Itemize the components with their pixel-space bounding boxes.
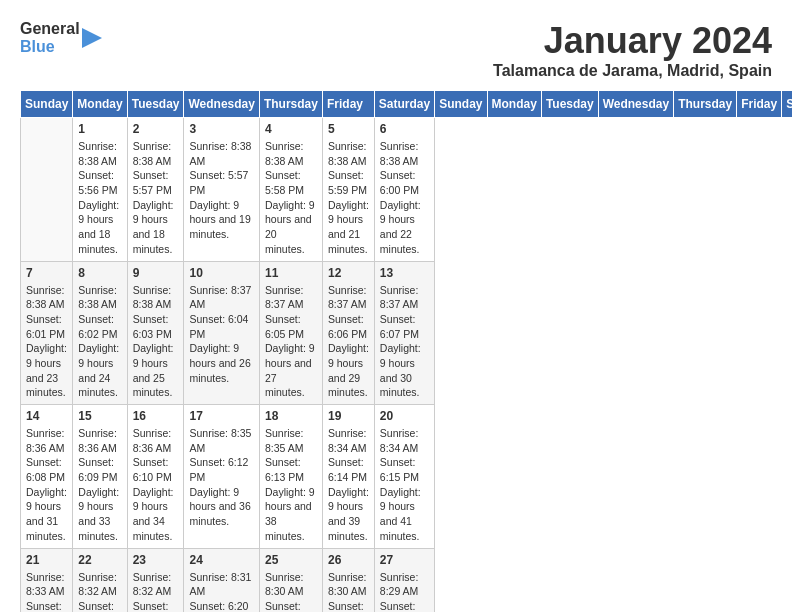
calendar-cell: 4Sunrise: 8:38 AMSunset: 5:58 PMDaylight… bbox=[259, 118, 322, 262]
calendar-week-row: 14Sunrise: 8:36 AMSunset: 6:08 PMDayligh… bbox=[21, 405, 793, 549]
calendar-cell: 22Sunrise: 8:32 AMSunset: 6:17 PMDayligh… bbox=[73, 548, 127, 612]
day-info: Sunrise: 8:30 AMSunset: 6:22 PMDaylight:… bbox=[328, 570, 369, 613]
day-number: 18 bbox=[265, 409, 317, 423]
svg-marker-0 bbox=[82, 28, 102, 48]
weekday-header-wednesday: Wednesday bbox=[598, 91, 673, 118]
weekday-header-monday: Monday bbox=[487, 91, 541, 118]
day-info: Sunrise: 8:31 AMSunset: 6:20 PMDaylight:… bbox=[189, 570, 253, 613]
weekday-header-tuesday: Tuesday bbox=[541, 91, 598, 118]
calendar-cell: 1Sunrise: 8:38 AMSunset: 5:56 PMDaylight… bbox=[73, 118, 127, 262]
day-info: Sunrise: 8:37 AMSunset: 6:06 PMDaylight:… bbox=[328, 283, 369, 401]
calendar-cell: 17Sunrise: 8:35 AMSunset: 6:12 PMDayligh… bbox=[184, 405, 259, 549]
day-info: Sunrise: 8:29 AMSunset: 6:23 PMDaylight:… bbox=[380, 570, 429, 613]
title-block: January 2024 Talamanca de Jarama, Madrid… bbox=[493, 20, 772, 80]
day-info: Sunrise: 8:38 AMSunset: 6:00 PMDaylight:… bbox=[380, 139, 429, 257]
day-info: Sunrise: 8:38 AMSunset: 5:56 PMDaylight:… bbox=[78, 139, 121, 257]
day-number: 17 bbox=[189, 409, 253, 423]
calendar-cell: 6Sunrise: 8:38 AMSunset: 6:00 PMDaylight… bbox=[374, 118, 434, 262]
day-number: 6 bbox=[380, 122, 429, 136]
calendar-cell: 8Sunrise: 8:38 AMSunset: 6:02 PMDaylight… bbox=[73, 261, 127, 405]
day-number: 4 bbox=[265, 122, 317, 136]
weekday-header-tuesday: Tuesday bbox=[127, 91, 184, 118]
day-info: Sunrise: 8:35 AMSunset: 6:12 PMDaylight:… bbox=[189, 426, 253, 529]
logo: General Blue bbox=[20, 20, 102, 55]
day-number: 25 bbox=[265, 553, 317, 567]
day-number: 10 bbox=[189, 266, 253, 280]
month-title: January 2024 bbox=[493, 20, 772, 62]
day-number: 13 bbox=[380, 266, 429, 280]
weekday-header-thursday: Thursday bbox=[259, 91, 322, 118]
calendar-cell: 25Sunrise: 8:30 AMSunset: 6:21 PMDayligh… bbox=[259, 548, 322, 612]
day-number: 9 bbox=[133, 266, 179, 280]
calendar-table: SundayMondayTuesdayWednesdayThursdayFrid… bbox=[20, 90, 792, 612]
weekday-header-friday: Friday bbox=[737, 91, 782, 118]
calendar-cell: 15Sunrise: 8:36 AMSunset: 6:09 PMDayligh… bbox=[73, 405, 127, 549]
day-info: Sunrise: 8:33 AMSunset: 6:16 PMDaylight:… bbox=[26, 570, 67, 613]
weekday-header-thursday: Thursday bbox=[674, 91, 737, 118]
day-number: 7 bbox=[26, 266, 67, 280]
day-number: 22 bbox=[78, 553, 121, 567]
calendar-cell: 2Sunrise: 8:38 AMSunset: 5:57 PMDaylight… bbox=[127, 118, 184, 262]
calendar-cell: 12Sunrise: 8:37 AMSunset: 6:06 PMDayligh… bbox=[322, 261, 374, 405]
day-number: 26 bbox=[328, 553, 369, 567]
day-number: 27 bbox=[380, 553, 429, 567]
calendar-cell: 26Sunrise: 8:30 AMSunset: 6:22 PMDayligh… bbox=[322, 548, 374, 612]
day-info: Sunrise: 8:37 AMSunset: 6:07 PMDaylight:… bbox=[380, 283, 429, 401]
calendar-cell: 9Sunrise: 8:38 AMSunset: 6:03 PMDaylight… bbox=[127, 261, 184, 405]
logo-bird-icon bbox=[82, 23, 102, 53]
day-info: Sunrise: 8:34 AMSunset: 6:14 PMDaylight:… bbox=[328, 426, 369, 544]
day-number: 20 bbox=[380, 409, 429, 423]
day-info: Sunrise: 8:36 AMSunset: 6:08 PMDaylight:… bbox=[26, 426, 67, 544]
day-number: 21 bbox=[26, 553, 67, 567]
calendar-cell: 20Sunrise: 8:34 AMSunset: 6:15 PMDayligh… bbox=[374, 405, 434, 549]
day-info: Sunrise: 8:34 AMSunset: 6:15 PMDaylight:… bbox=[380, 426, 429, 544]
day-number: 2 bbox=[133, 122, 179, 136]
weekday-header-friday: Friday bbox=[322, 91, 374, 118]
day-number: 5 bbox=[328, 122, 369, 136]
day-number: 12 bbox=[328, 266, 369, 280]
calendar-week-row: 1Sunrise: 8:38 AMSunset: 5:56 PMDaylight… bbox=[21, 118, 793, 262]
day-info: Sunrise: 8:30 AMSunset: 6:21 PMDaylight:… bbox=[265, 570, 317, 613]
calendar-cell: 23Sunrise: 8:32 AMSunset: 6:19 PMDayligh… bbox=[127, 548, 184, 612]
day-info: Sunrise: 8:38 AMSunset: 5:58 PMDaylight:… bbox=[265, 139, 317, 257]
day-info: Sunrise: 8:32 AMSunset: 6:17 PMDaylight:… bbox=[78, 570, 121, 613]
day-info: Sunrise: 8:32 AMSunset: 6:19 PMDaylight:… bbox=[133, 570, 179, 613]
day-info: Sunrise: 8:38 AMSunset: 6:02 PMDaylight:… bbox=[78, 283, 121, 401]
calendar-cell: 21Sunrise: 8:33 AMSunset: 6:16 PMDayligh… bbox=[21, 548, 73, 612]
day-number: 24 bbox=[189, 553, 253, 567]
calendar-cell: 13Sunrise: 8:37 AMSunset: 6:07 PMDayligh… bbox=[374, 261, 434, 405]
day-info: Sunrise: 8:38 AMSunset: 5:57 PMDaylight:… bbox=[189, 139, 253, 242]
day-number: 8 bbox=[78, 266, 121, 280]
location-subtitle: Talamanca de Jarama, Madrid, Spain bbox=[493, 62, 772, 80]
calendar-cell: 16Sunrise: 8:36 AMSunset: 6:10 PMDayligh… bbox=[127, 405, 184, 549]
calendar-cell: 27Sunrise: 8:29 AMSunset: 6:23 PMDayligh… bbox=[374, 548, 434, 612]
calendar-week-row: 21Sunrise: 8:33 AMSunset: 6:16 PMDayligh… bbox=[21, 548, 793, 612]
weekday-header-saturday: Saturday bbox=[782, 91, 792, 118]
logo-text-general: General bbox=[20, 20, 80, 38]
calendar-cell: 14Sunrise: 8:36 AMSunset: 6:08 PMDayligh… bbox=[21, 405, 73, 549]
calendar-cell bbox=[21, 118, 73, 262]
calendar-cell: 7Sunrise: 8:38 AMSunset: 6:01 PMDaylight… bbox=[21, 261, 73, 405]
day-number: 11 bbox=[265, 266, 317, 280]
logo-text-blue: Blue bbox=[20, 38, 80, 56]
day-number: 3 bbox=[189, 122, 253, 136]
calendar-week-row: 7Sunrise: 8:38 AMSunset: 6:01 PMDaylight… bbox=[21, 261, 793, 405]
day-number: 15 bbox=[78, 409, 121, 423]
calendar-cell: 5Sunrise: 8:38 AMSunset: 5:59 PMDaylight… bbox=[322, 118, 374, 262]
day-number: 1 bbox=[78, 122, 121, 136]
day-info: Sunrise: 8:38 AMSunset: 6:03 PMDaylight:… bbox=[133, 283, 179, 401]
day-info: Sunrise: 8:36 AMSunset: 6:10 PMDaylight:… bbox=[133, 426, 179, 544]
calendar-cell: 18Sunrise: 8:35 AMSunset: 6:13 PMDayligh… bbox=[259, 405, 322, 549]
calendar-cell: 11Sunrise: 8:37 AMSunset: 6:05 PMDayligh… bbox=[259, 261, 322, 405]
day-info: Sunrise: 8:38 AMSunset: 5:57 PMDaylight:… bbox=[133, 139, 179, 257]
day-info: Sunrise: 8:37 AMSunset: 6:05 PMDaylight:… bbox=[265, 283, 317, 401]
logo-container: General Blue bbox=[20, 20, 102, 55]
weekday-header-saturday: Saturday bbox=[374, 91, 434, 118]
weekday-header-sunday: Sunday bbox=[435, 91, 487, 118]
weekday-header-sunday: Sunday bbox=[21, 91, 73, 118]
day-number: 16 bbox=[133, 409, 179, 423]
day-number: 14 bbox=[26, 409, 67, 423]
day-info: Sunrise: 8:36 AMSunset: 6:09 PMDaylight:… bbox=[78, 426, 121, 544]
day-number: 19 bbox=[328, 409, 369, 423]
day-number: 23 bbox=[133, 553, 179, 567]
